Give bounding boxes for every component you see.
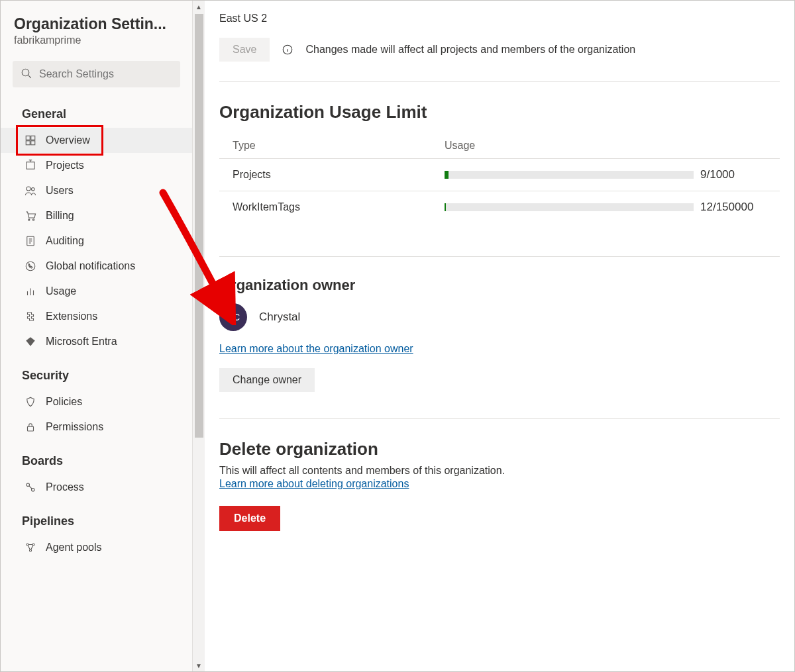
sidebar-item-policies[interactable]: Policies [1,389,192,414]
sidebar-header: Organization Settin... fabrikamprime [1,15,192,54]
col-type: Type [233,140,445,152]
svg-rect-5 [31,141,35,145]
delete-description: This will affect all contents and member… [219,465,780,477]
svg-rect-2 [26,136,30,140]
sidebar-item-projects[interactable]: Projects [1,153,192,178]
sidebar-item-entra[interactable]: Microsoft Entra [1,329,192,354]
extensions-icon [25,311,36,322]
usage-table-header: Type Usage [219,136,780,159]
divider [219,418,780,419]
sidebar-item-label: Usage [46,285,76,297]
sidebar-item-global-notifications[interactable]: Global notifications [1,254,192,279]
usage-value: 12/150000 [694,201,767,214]
divider [219,81,780,82]
section-header-security: Security [1,354,192,389]
owner-avatar: CC [219,303,247,331]
sidebar-title: Organization Settin... [14,15,179,33]
search-icon [21,68,32,81]
svg-rect-6 [26,162,34,169]
usage-title: Organization Usage Limit [219,102,780,122]
auditing-icon [25,235,36,247]
usage-bar [445,171,694,179]
usage-row-workitemtags: WorkItemTags 12/150000 [219,191,780,223]
sidebar-item-label: Extensions [46,311,97,322]
divider [219,256,780,257]
sidebar-item-label: Process [46,481,84,493]
sidebar-item-process[interactable]: Process [1,475,192,500]
usage-type: Projects [233,169,445,181]
sidebar-item-label: Overview [46,134,90,146]
save-hint-text: Changes made will affect all projects an… [305,44,635,56]
sidebar-org-name: fabrikamprime [14,34,179,46]
notifications-icon [25,260,36,272]
usage-bar [445,203,694,211]
sidebar-item-agent-pools[interactable]: Agent pools [1,535,192,560]
usage-icon [25,285,36,297]
learn-more-delete-link[interactable]: Learn more about deleting organizations [219,478,409,489]
svg-point-12 [32,219,34,220]
delete-button[interactable]: Delete [219,506,280,531]
usage-section: Organization Usage Limit Type Usage Proj… [219,102,780,223]
info-icon [282,44,293,56]
billing-icon [25,210,36,222]
svg-rect-21 [28,426,34,431]
sidebar-item-label: Projects [46,160,84,171]
projects-icon [25,160,36,171]
agent-pools-icon [25,542,36,553]
sidebar-item-label: Agent pools [46,542,102,553]
permissions-icon [25,421,36,433]
usage-type: WorkItemTags [233,201,445,213]
overview-icon [25,134,36,146]
settings-sidebar: Organization Settin... fabrikamprime Gen… [1,1,193,671]
sidebar-item-permissions[interactable]: Permissions [1,414,192,440]
svg-point-9 [26,187,30,191]
sidebar-item-label: Policies [46,396,82,408]
svg-point-25 [32,544,34,546]
sidebar-item-overview[interactable]: Overview [1,128,192,153]
section-header-boards: Boards [1,440,192,475]
owner-section: Organization owner CC Chrystal Learn mor… [219,277,780,392]
owner-title: Organization owner [219,277,780,294]
sidebar-item-label: Global notifications [46,260,135,272]
entra-icon [25,336,36,348]
svg-point-11 [28,219,30,220]
region-label: East US 2 [219,13,780,24]
search-input[interactable] [39,68,172,80]
sidebar-item-label: Permissions [46,421,103,433]
delete-title: Delete organization [219,439,780,459]
search-settings-box[interactable] [13,61,180,87]
section-header-general: General [1,93,192,128]
users-icon [25,185,36,197]
sidebar-item-label: Microsoft Entra [46,336,117,348]
change-owner-button[interactable]: Change owner [219,368,315,392]
svg-line-1 [28,75,31,77]
sidebar-item-billing[interactable]: Billing [1,203,192,228]
col-usage: Usage [445,140,694,152]
svg-point-24 [26,544,28,546]
svg-rect-4 [26,141,30,145]
owner-name: Chrystal [259,311,300,324]
svg-point-26 [30,550,32,552]
sidebar-item-label: Billing [46,210,74,222]
sidebar-item-users[interactable]: Users [1,178,192,203]
save-button[interactable]: Save [219,38,270,62]
policies-icon [25,396,36,408]
usage-row-projects: Projects 9/1000 [219,159,780,191]
sidebar-item-usage[interactable]: Usage [1,279,192,304]
usage-value: 9/1000 [694,168,767,181]
svg-rect-3 [31,136,35,140]
sidebar-item-label: Users [46,185,74,197]
learn-more-owner-link[interactable]: Learn more about the organization owner [219,343,413,354]
section-header-pipelines: Pipelines [1,500,192,535]
usage-table: Type Usage Projects 9/1000 WorkItemTags … [219,136,780,223]
svg-point-10 [32,188,35,191]
process-icon [25,481,36,493]
sidebar-item-label: Auditing [46,235,84,247]
sidebar-item-auditing[interactable]: Auditing [1,228,192,254]
delete-section: Delete organization This will affect all… [219,439,780,531]
svg-point-0 [22,69,29,76]
sidebar-item-extensions[interactable]: Extensions [1,304,192,329]
main-content: East US 2 Save Changes made will affect … [193,1,794,671]
